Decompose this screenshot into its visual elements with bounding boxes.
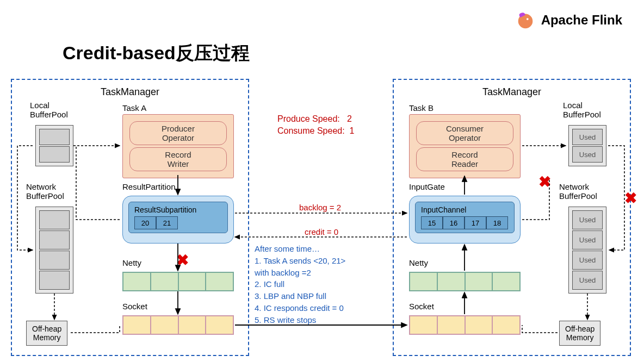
netty-label-right: Netty xyxy=(409,258,428,267)
task-b-label: Task B xyxy=(409,103,434,113)
x-icon: ✖ xyxy=(176,251,189,269)
offheap-right: Off-heap Memory xyxy=(559,321,600,346)
credit-msg: credit = 0 xyxy=(305,227,338,236)
buf-cell: 17 xyxy=(465,216,486,229)
task-a-box: Producer Operator Record Writer xyxy=(122,114,234,178)
backlog-msg: backlog = 2 xyxy=(299,203,341,212)
network-bp-right: Used Used Used Used xyxy=(568,207,606,294)
consume-speed: Consume Speed: 1 xyxy=(277,126,354,136)
local-bp-left xyxy=(35,125,73,166)
network-bp-label-right: Network BufferPool xyxy=(559,182,597,201)
socket-label-left: Socket xyxy=(122,302,147,311)
consumer-operator: Consumer Operator xyxy=(416,121,513,145)
buf-cell: 18 xyxy=(486,216,508,229)
local-bp-label-left: Local BufferPool xyxy=(30,101,68,119)
inputchannel-buffers: 15 16 17 18 xyxy=(421,216,509,229)
brand-name: Apache Flink xyxy=(541,13,622,28)
record-writer: Record Writer xyxy=(129,147,227,171)
socket-right xyxy=(409,315,521,335)
used-cell: Used xyxy=(572,271,603,290)
notes: After some time… 1. Task A sends <20, 21… xyxy=(255,243,345,326)
task-b-box: Consumer Operator Record Reader xyxy=(409,114,521,178)
input-channel-label: InputChannel xyxy=(421,205,509,214)
used-cell: Used xyxy=(572,230,603,249)
result-partition: ResultSubpartition 20 21 xyxy=(122,196,234,244)
x-icon: ✖ xyxy=(538,173,551,191)
used-cell: Used xyxy=(572,129,603,145)
record-reader: Record Reader xyxy=(416,147,513,171)
input-gate: InputChannel 15 16 17 18 xyxy=(409,196,521,244)
used-cell: Used xyxy=(572,146,603,163)
tm-left-label: TaskManager xyxy=(101,86,159,98)
svg-point-1 xyxy=(527,18,529,20)
socket-left xyxy=(122,315,234,335)
result-subpartition: ResultSubpartition 20 21 xyxy=(128,202,228,233)
brand-logo: Apache Flink xyxy=(515,10,622,30)
buf-cell: 16 xyxy=(443,216,465,229)
used-cell: Used xyxy=(572,210,603,229)
produce-speed: Produce Speed: 2 xyxy=(277,114,352,124)
buf-cell: 21 xyxy=(156,216,178,229)
buf-cell: 15 xyxy=(421,216,443,229)
subpartition-label: ResultSubpartition xyxy=(134,205,222,214)
used-cell: Used xyxy=(572,251,603,270)
local-bp-label-right: Local BufferPool xyxy=(563,101,601,119)
input-gate-label: InputGate xyxy=(409,182,445,191)
page-title: Credit-based反压过程 xyxy=(63,41,250,66)
input-channel: InputChannel 15 16 17 18 xyxy=(415,202,515,233)
flink-logo-icon xyxy=(515,10,536,30)
netty-label-left: Netty xyxy=(122,258,141,267)
network-bp-label-left: Network BufferPool xyxy=(26,182,64,201)
offheap-left: Off-heap Memory xyxy=(26,321,67,346)
result-partition-label: ResultPartition xyxy=(122,182,176,191)
socket-label-right: Socket xyxy=(409,302,434,311)
producer-operator: Producer Operator xyxy=(129,121,227,145)
netty-left xyxy=(122,272,234,291)
netty-right xyxy=(409,272,521,291)
x-icon: ✖ xyxy=(624,189,637,207)
network-bp-left xyxy=(35,207,73,294)
tm-right-label: TaskManager xyxy=(482,86,541,98)
buf-cell: 20 xyxy=(134,216,156,229)
subpartition-buffers: 20 21 xyxy=(134,216,222,229)
task-a-label: Task A xyxy=(122,103,146,113)
local-bp-right: Used Used xyxy=(568,125,606,166)
